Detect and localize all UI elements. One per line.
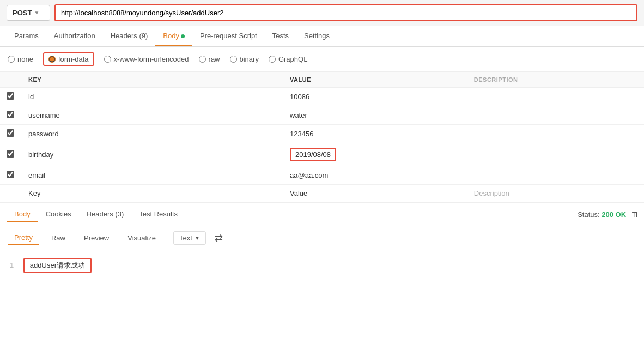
status-value: 200 OK: [602, 210, 626, 219]
tab-settings[interactable]: Settings: [296, 26, 337, 46]
row-check-email[interactable]: [7, 171, 14, 178]
table-header-row: KEY VALUE DESCRIPTION: [0, 72, 644, 88]
option-binary[interactable]: binary: [230, 55, 259, 63]
row-key-username: username: [22, 106, 283, 125]
table-row: username water: [0, 106, 644, 125]
col-value: VALUE: [283, 72, 467, 88]
status-label: Status:: [578, 210, 599, 219]
resp-btn-raw[interactable]: Raw: [45, 231, 72, 245]
response-content: 1 addUser请求成功: [0, 250, 644, 283]
row-key-password: password: [22, 125, 283, 143]
status-area: Status: 200 OK Ti: [578, 210, 637, 219]
body-options: none form-data x-www-form-urlencoded raw…: [0, 47, 644, 72]
row-check-username[interactable]: [7, 111, 14, 118]
row-key-placeholder: Key: [22, 185, 283, 202]
tab-params[interactable]: Params: [7, 26, 46, 46]
row-val-username: water: [283, 106, 467, 125]
wrap-icon[interactable]: ⇄: [215, 232, 223, 244]
col-key: KEY: [22, 72, 283, 88]
row-desc-id: [467, 88, 644, 106]
col-desc: DESCRIPTION: [467, 72, 644, 88]
row-val-password: 123456: [283, 125, 467, 143]
body-dot: [181, 34, 185, 38]
resp-btn-visualize[interactable]: Visualize: [121, 231, 162, 245]
row-desc-placeholder: Description: [467, 185, 644, 202]
row-desc-birthday: [467, 143, 644, 166]
row-desc-email: [467, 166, 644, 185]
url-bar: POST ▼: [0, 0, 644, 26]
request-tabs: Params Authorization Headers (9) Body Pr…: [0, 26, 644, 47]
row-key-birthday: birthday: [22, 143, 283, 166]
resp-btn-pretty[interactable]: Pretty: [8, 231, 39, 245]
option-raw[interactable]: raw: [199, 55, 220, 63]
birthday-value-highlight: 2019/08/08: [290, 148, 336, 161]
row-check-id[interactable]: [7, 92, 14, 100]
tab-authorization[interactable]: Authorization: [46, 26, 103, 46]
row-val-email: aa@aa.com: [283, 166, 467, 185]
table-row: password 123456: [0, 125, 644, 143]
resp-tab-body[interactable]: Body: [7, 207, 38, 222]
tab-prerequest[interactable]: Pre-request Script: [192, 26, 265, 46]
resp-tab-headers[interactable]: Headers (3): [79, 207, 132, 222]
status-timer-label: Ti: [632, 210, 637, 219]
row-val-id: 10086: [283, 88, 467, 106]
row-desc-username: [467, 106, 644, 125]
resp-tab-cookies[interactable]: Cookies: [38, 207, 79, 222]
response-text: addUser请求成功: [23, 258, 92, 273]
row-check-password[interactable]: [7, 129, 14, 137]
tab-tests[interactable]: Tests: [265, 26, 296, 46]
row-key-email: email: [22, 166, 283, 185]
url-input[interactable]: [54, 4, 637, 21]
option-form-data[interactable]: form-data: [43, 52, 94, 66]
row-desc-password: [467, 125, 644, 143]
row-val-placeholder: Value: [283, 185, 467, 202]
table-row: birthday 2019/08/08: [0, 143, 644, 166]
option-none[interactable]: none: [8, 55, 33, 63]
text-dropdown[interactable]: Text ▼: [173, 231, 206, 245]
tab-body[interactable]: Body: [155, 26, 192, 46]
params-table: KEY VALUE DESCRIPTION id 10086 username …: [0, 72, 644, 202]
row-key-id: id: [22, 88, 283, 106]
row-val-birthday: 2019/08/08: [283, 143, 467, 166]
table-row: email aa@aa.com: [0, 166, 644, 185]
method-select[interactable]: POST ▼: [7, 5, 50, 21]
response-tabs: Body Cookies Headers (3) Test Results St…: [0, 202, 644, 226]
col-check: [0, 72, 22, 88]
response-options: Pretty Raw Preview Visualize Text ▼ ⇄: [0, 226, 644, 250]
row-check-birthday[interactable]: [7, 150, 14, 158]
tab-headers[interactable]: Headers (9): [103, 26, 156, 46]
line-number: 1: [10, 261, 14, 269]
method-label: POST: [13, 9, 32, 17]
method-arrow: ▼: [34, 10, 39, 16]
resp-btn-preview[interactable]: Preview: [77, 231, 116, 245]
table-empty-row: Key Value Description: [0, 185, 644, 202]
text-dropdown-arrow: ▼: [195, 235, 200, 241]
resp-tab-testresults[interactable]: Test Results: [131, 207, 185, 222]
table-row: id 10086: [0, 88, 644, 106]
option-graphql[interactable]: GraphQL: [269, 55, 307, 63]
text-dropdown-label: Text: [179, 234, 192, 242]
option-x-www[interactable]: x-www-form-urlencoded: [104, 55, 189, 63]
